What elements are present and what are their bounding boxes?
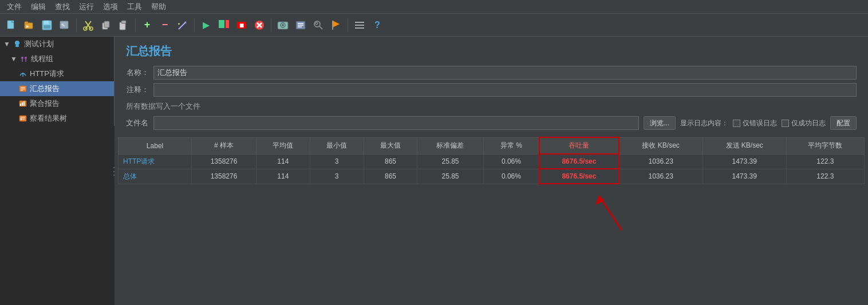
cell-max-1: 865 <box>364 169 417 184</box>
agg-report-icon <box>18 99 27 108</box>
browse-button[interactable]: 浏览... <box>644 116 676 130</box>
name-input[interactable] <box>153 66 857 80</box>
toolbar-separator-2 <box>135 18 136 32</box>
help-button[interactable]: ? <box>369 17 385 33</box>
svg-rect-16 <box>104 21 109 27</box>
col-min[interactable]: 最小值 <box>310 137 364 154</box>
cell-avg-0: 114 <box>256 154 310 169</box>
col-stddev[interactable]: 标准偏差 <box>417 137 483 154</box>
add-button[interactable]: + <box>139 17 155 33</box>
table-row: HTTP请求 1358276 114 3 865 25.85 0.06% 867… <box>119 154 865 169</box>
cell-send-0: 1473.39 <box>703 154 786 169</box>
col-error-pct[interactable]: 异常 % <box>483 137 539 154</box>
lines-button[interactable] <box>352 17 368 33</box>
svg-line-37 <box>319 26 322 29</box>
thread-group-icon <box>19 54 29 64</box>
name-row: 名称： <box>126 66 857 80</box>
remove-button[interactable]: − <box>157 17 173 33</box>
cell-recv-0: 1036.23 <box>619 154 703 169</box>
only-error-checkbox[interactable] <box>733 120 740 127</box>
menu-find[interactable]: 查找 <box>50 1 74 13</box>
sidebar-item-label-thread-group: 线程组 <box>31 54 53 64</box>
svg-point-38 <box>315 22 318 25</box>
save-button[interactable] <box>39 17 55 33</box>
svg-text:✎: ✎ <box>61 23 65 28</box>
sidebar-item-test-plan[interactable]: ▼ 测试计划 <box>0 37 114 52</box>
cell-error-1: 0.06% <box>483 169 539 184</box>
new-file-button[interactable] <box>3 17 19 33</box>
sidebar-item-thread-group[interactable]: ▼ 线程组 <box>0 52 114 66</box>
cell-throughput-0: 8676.5/sec <box>539 154 618 169</box>
col-samples[interactable]: # 样本 <box>192 137 257 154</box>
only-success-checkbox[interactable] <box>782 120 789 127</box>
svg-marker-39 <box>333 21 340 27</box>
sidebar-item-summary-report[interactable]: 汇总报告 <box>0 81 114 96</box>
stop-x-button[interactable] <box>251 17 267 33</box>
search-button[interactable] <box>310 17 326 33</box>
svg-point-46 <box>21 57 23 59</box>
svg-rect-56 <box>20 104 21 106</box>
col-throughput[interactable]: 吞吐量 <box>539 137 618 154</box>
svg-rect-58 <box>23 101 25 106</box>
comment-row: 注释： <box>126 83 857 97</box>
cell-max-0: 865 <box>364 154 417 169</box>
cell-min-1: 3 <box>310 169 364 184</box>
col-avg-bytes[interactable]: 平均字节数 <box>786 137 864 154</box>
sidebar-item-agg-report[interactable]: 聚合报告 <box>0 96 114 111</box>
svg-point-36 <box>314 21 320 27</box>
paste-button[interactable] <box>116 17 132 33</box>
sidebar-item-label-http-request: HTTP请求 <box>30 69 64 79</box>
cut-button[interactable] <box>80 17 96 33</box>
col-max[interactable]: 最大值 <box>364 137 417 154</box>
copy-button[interactable] <box>98 17 114 33</box>
expand-icon-test-plan: ▼ <box>3 40 10 48</box>
drag-handle[interactable]: ⋮ <box>109 166 119 176</box>
list-button[interactable] <box>293 17 309 33</box>
only-success-option: 仅成功日志 <box>782 118 826 128</box>
name-label: 名称： <box>126 68 149 78</box>
config-button[interactable]: 配置 <box>830 116 857 130</box>
sidebar-item-label-agg-report: 聚合报告 <box>30 98 60 109</box>
col-send-kb[interactable]: 发送 KB/sec <box>703 137 786 154</box>
cell-error-0: 0.06% <box>483 154 539 169</box>
cell-min-0: 3 <box>310 154 364 169</box>
menu-tools[interactable]: 工具 <box>123 1 147 13</box>
cell-samples-0: 1358276 <box>192 154 257 169</box>
display-log-label: 显示日志内容： <box>680 118 728 128</box>
svg-point-47 <box>25 57 27 59</box>
table-header-row: Label # 样本 平均值 最小值 最大值 标准偏差 异常 % 吞吐量 接收 … <box>119 137 865 154</box>
col-recv-kb[interactable]: 接收 KB/sec <box>619 137 703 154</box>
sidebar-item-http-request[interactable]: HTTP请求 <box>0 66 114 81</box>
menu-edit[interactable]: 编辑 <box>26 1 50 13</box>
col-avg[interactable]: 平均值 <box>256 137 310 154</box>
cell-stddev-0: 25.85 <box>417 154 483 169</box>
section-text: 所有数据写入一个文件 <box>115 99 868 114</box>
menu-help[interactable]: 帮助 <box>147 1 171 13</box>
sidebar: ▼ 测试计划 ▼ <box>0 37 115 126</box>
only-error-label: 仅错误日志 <box>743 118 777 128</box>
expand-icon-thread-group: ▼ <box>10 55 17 63</box>
open-button[interactable]: ▶ <box>21 17 37 33</box>
cell-avgbytes-0: 122.3 <box>786 154 864 169</box>
save-as-button[interactable]: ✎ <box>57 17 73 33</box>
comment-label: 注释： <box>126 85 149 95</box>
file-input[interactable] <box>153 116 639 130</box>
wand-button[interactable]: ✦ <box>175 17 191 33</box>
svg-text:⏹: ⏹ <box>239 22 244 29</box>
menu-run[interactable]: 运行 <box>74 1 98 13</box>
play-stop-button[interactable] <box>216 17 232 33</box>
cell-label-1: 总体 <box>119 169 192 184</box>
col-label[interactable]: Label <box>119 137 192 154</box>
sidebar-item-result-tree[interactable]: 察看结果树 <box>0 111 114 126</box>
comment-input[interactable] <box>153 83 857 97</box>
menu-file[interactable]: 文件 <box>2 1 26 13</box>
snapshot-button[interactable] <box>275 17 291 33</box>
stop-button[interactable]: ⏹ <box>234 17 250 33</box>
svg-text:▶: ▶ <box>26 25 29 28</box>
data-table: Label # 样本 平均值 最小值 最大值 标准偏差 异常 % 吞吐量 接收 … <box>118 137 865 184</box>
cell-label-0: HTTP请求 <box>119 154 192 169</box>
menu-options[interactable]: 选项 <box>98 1 123 13</box>
play-button[interactable]: ▶ <box>198 17 214 33</box>
flag-button[interactable] <box>328 17 344 33</box>
svg-rect-57 <box>22 102 23 106</box>
